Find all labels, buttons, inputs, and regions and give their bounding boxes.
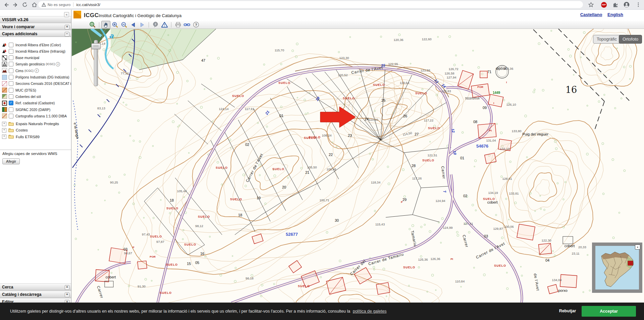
svg-text:18: 18 [170,198,174,202]
brand-subtitle: Institut Cartogràfic i Geològic de Catal… [99,13,181,18]
section-veure-i-comparar[interactable]: Veure i comparar + [0,23,71,30]
browser-menu-icon[interactable] [635,1,642,8]
svg-text:97,87: 97,87 [156,240,164,244]
back-icon[interactable] [3,1,9,8]
layer-checkbox[interactable] [9,107,13,112]
expand-icon[interactable]: + [2,122,6,126]
svg-text:05: 05 [195,261,199,265]
sidebar-collapse-button[interactable]: « [64,12,69,17]
section-capes-addicionals[interactable]: Capes addicionals − [0,31,71,37]
svg-text:120,36: 120,36 [393,38,403,42]
layer-checkbox[interactable]: ✓ [9,101,13,105]
info-icon[interactable]: i [35,68,39,73]
layer-checkbox[interactable] [9,75,13,79]
map-canvas[interactable]: Carrer de l'AvetCarrer de l'AvetCarrer d… [72,29,644,320]
cookie-banner: Utilitzem galetes per distingir-vos d'al… [0,303,644,320]
expand-icon[interactable]: + [65,285,69,290]
print-tool-icon[interactable] [173,21,182,29]
language-switcher: Castellano English [576,12,623,17]
next-view-tool-icon[interactable] [138,21,147,29]
address-bar[interactable]: No es seguro icc.cat/vissir3/ [38,1,583,8]
expand-icon[interactable]: + [65,25,69,30]
zoom-slider-handle[interactable] [91,43,101,49]
reject-cookies-button[interactable]: Rebutjar [557,308,578,314]
zoom-slider-track[interactable] [94,40,98,86]
svg-text:126,36: 126,36 [430,257,440,261]
svg-text:SUELO: SUELO [483,197,495,201]
section-cerca[interactable]: Cerca+ [0,283,71,290]
panel-title: VISSIR v3.26 [0,16,71,23]
profile-icon[interactable] [623,1,630,8]
muc-icon [2,88,7,93]
svg-text:122,60: 122,60 [422,37,431,41]
svg-text:27: 27 [415,132,419,136]
expand-icon[interactable]: + [65,292,69,297]
layer-checkbox[interactable] [9,43,13,47]
info-icon[interactable]: i [56,62,60,66]
extensions-icon[interactable] [612,1,619,8]
layer-checkbox[interactable] [9,88,13,93]
svg-text:I: I [506,81,507,84]
adblock-icon[interactable]: ABP [600,1,607,8]
layer-checkbox[interactable] [9,49,13,54]
layer-checkbox[interactable] [9,62,13,66]
folder-row-fulls-etrs89[interactable]: +Fulls ETRS89 [0,134,71,140]
topographic-map[interactable]: Carrer de l'AvetCarrer de l'AvetCarrer d… [72,29,644,320]
svg-text:P: P [401,201,403,204]
bookmark-star-icon[interactable] [588,1,594,8]
layer-checkbox[interactable] [9,81,13,86]
folder-row-costes[interactable]: +Costes [0,127,71,134]
accept-cookies-button[interactable]: Acceptar [582,306,636,317]
svg-text:POR: POR [477,86,483,89]
zoom-out-tool-icon[interactable] [119,21,128,29]
svg-text:133,81: 133,81 [509,192,519,195]
svg-text:PI: PI [489,129,492,132]
svg-text:16: 16 [566,85,577,95]
folder-row-espais-naturals-protegits[interactable]: +Espais Naturals Protegits [0,121,71,127]
svg-text:POR: POR [150,255,156,258]
svg-text:23: 23 [348,134,352,138]
lang-castellano[interactable]: Castellano [580,12,602,17]
section-cataleg-i-descarrega[interactable]: Catàleg i descàrrega+ [0,291,71,298]
help-tool-icon[interactable]: ? [192,21,201,29]
zoom-initial-tool-icon[interactable] [88,21,97,29]
layer-checkbox[interactable] [9,94,13,99]
forward-icon[interactable] [12,1,19,8]
add-wms-button[interactable]: Afegir [2,158,20,164]
basemap-ortofoto-button[interactable]: Ortofoto [619,35,642,44]
svg-text:22: 22 [329,153,333,157]
layer-row: SIGPAC 2020 (DARP) [0,106,71,113]
pan-tool-icon[interactable] [101,21,110,29]
svg-text:54676: 54676 [476,144,488,149]
basemap-topografic-button[interactable]: Topogràfic [593,35,621,44]
info-tool-icon[interactable]: i [151,21,160,29]
svg-text:21: 21 [305,170,309,174]
minimap-collapse-button[interactable]: ▪ [635,245,640,250]
address-divider [73,2,73,7]
layer-label: MUC (DTES) [15,88,36,92]
collapse-icon[interactable]: − [65,32,69,37]
warning-tool-icon[interactable]: ! [160,21,169,29]
svg-text:28: 28 [412,164,416,168]
svg-text:123,58: 123,58 [420,68,430,72]
previous-view-tool-icon[interactable] [128,21,138,29]
zoom-in-tool-icon[interactable] [110,21,119,29]
reload-icon[interactable] [21,1,28,8]
home-icon[interactable] [31,1,38,8]
svg-text:15: 15 [381,63,385,67]
expand-icon[interactable]: + [2,135,6,139]
lang-english[interactable]: English [607,12,623,17]
layer-checkbox[interactable] [9,114,13,118]
layer-label: SIGPAC 2020 (DARP) [15,108,50,112]
svg-text:91,30: 91,30 [138,284,146,288]
svg-text:SUELO: SUELO [232,94,244,98]
overview-minimap[interactable]: ▪ [592,243,642,293]
icgc-logo [73,11,81,18]
permalink-tool-icon[interactable] [182,21,192,29]
svg-text:Puig del Veguer: Puig del Veguer [522,132,548,136]
layer-label: Senyals geodèsics [15,62,45,66]
expand-icon[interactable]: + [2,128,6,132]
layer-checkbox[interactable] [9,68,13,73]
cookie-policy-link[interactable]: política de galetes [353,309,387,314]
layer-checkbox[interactable] [9,55,13,60]
